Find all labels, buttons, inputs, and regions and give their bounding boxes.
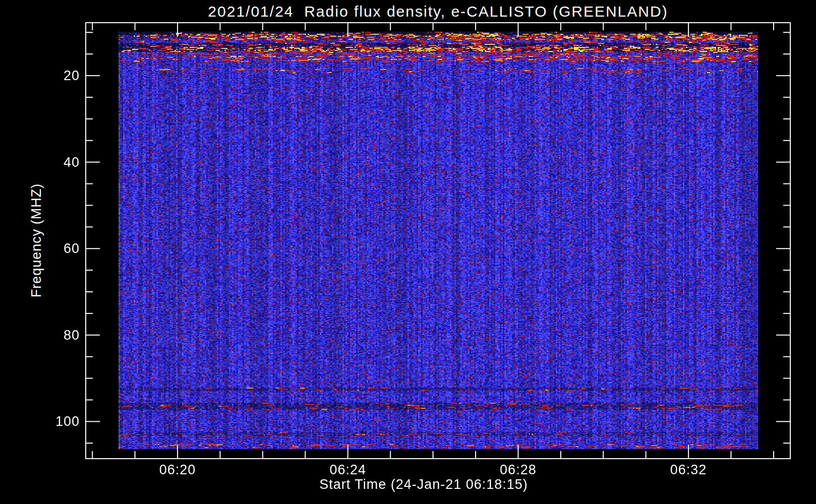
x-tick-label: 06:24: [313, 462, 383, 477]
spectrogram-page: 2021/01/24 Radio flux density, e-CALLIST…: [0, 0, 816, 504]
y-tick-label: 80: [0, 327, 80, 343]
chart-title: 2021/01/24 Radio flux density, e-CALLIST…: [86, 3, 790, 20]
y-tick-label: 20: [0, 68, 80, 84]
x-tick-label: 06:20: [142, 462, 213, 477]
x-axis-title: Start Time (24-Jan-21 06:18:15): [86, 477, 762, 492]
spectrogram-image: [119, 32, 758, 449]
x-tick-label: 06:32: [653, 462, 724, 477]
y-tick-label: 60: [0, 240, 80, 257]
y-tick-label: 100: [0, 413, 80, 429]
y-tick-label: 40: [0, 154, 80, 170]
x-tick-label: 06:28: [483, 462, 553, 477]
